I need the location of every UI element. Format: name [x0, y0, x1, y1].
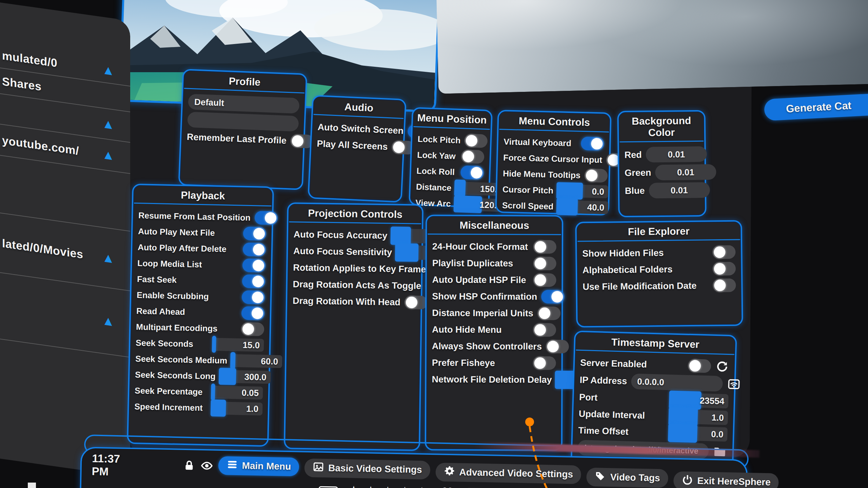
settings-row: Green0.01: [625, 164, 699, 181]
toggle-knob: [714, 246, 725, 258]
settings-row: Server Enabled: [580, 355, 730, 374]
alphabetical-folders-toggle[interactable]: [713, 262, 736, 276]
24-hour-clock-format-toggle[interactable]: [533, 240, 556, 253]
port-slider[interactable]: 23554: [670, 392, 729, 408]
advanced-video-settings-button[interactable]: Advanced Video Settings: [435, 463, 581, 484]
empty-field[interactable]: [187, 112, 299, 132]
settings-row: Multipart Encodings: [136, 320, 264, 336]
video-tags-button[interactable]: Video Tags: [586, 467, 668, 488]
seek-seconds-long-slider[interactable]: 300.0: [219, 370, 271, 384]
show-hsp-confirmation-toggle[interactable]: [541, 290, 564, 303]
resume-from-last-position-toggle[interactable]: [254, 211, 278, 225]
hide-menu-tooltips-toggle[interactable]: [584, 168, 608, 183]
panel-audio: AudioAuto Switch ScreenPlay All Screens: [308, 95, 407, 203]
loop-media-list-toggle[interactable]: [242, 259, 266, 272]
scroll-up-triangle-icon[interactable]: ▲: [102, 63, 115, 78]
scroll-up-triangle-icon[interactable]: ▲: [102, 117, 115, 131]
broadcast-icon[interactable]: [295, 484, 310, 488]
favorite-heart-icon[interactable]: ♥: [440, 486, 454, 488]
sidebar-item-label: youtube.com/: [2, 134, 79, 158]
toggle-knob: [689, 360, 701, 372]
play-all-screens-label: Play All Screens: [317, 138, 388, 152]
main-menu-button[interactable]: Main Menu: [218, 456, 299, 476]
field-value: 0.0.0.0: [637, 376, 664, 387]
show-hidden-files-toggle[interactable]: [712, 245, 735, 259]
basic-video-settings-button[interactable]: Basic Video Settings: [304, 458, 430, 479]
playlist-duplicates-toggle[interactable]: [533, 257, 556, 270]
star-rating[interactable]: ★★★★★: [347, 484, 432, 488]
show-hidden-files-label: Show Hidden Files: [582, 247, 664, 259]
settings-row: Auto Play After Delete: [138, 240, 266, 257]
seek-percentage-slider[interactable]: 0.05: [212, 386, 263, 400]
time-offset-slider[interactable]: 0.0: [669, 426, 728, 442]
toggle-knob: [253, 244, 265, 256]
cursor-pitch-slider[interactable]: 0.0: [557, 184, 609, 198]
green-field[interactable]: 0.01: [655, 164, 716, 180]
eye-icon[interactable]: [200, 458, 213, 473]
file-list-sidebar: mulated/0▲Shares▲youtube.com/▲lated/0/Mo…: [0, 0, 130, 477]
video-screen-right[interactable]: [436, 0, 868, 94]
settings-row: Play All Screens: [317, 137, 398, 155]
update-interval-label: Update Interval: [578, 408, 645, 421]
drag-rotation-with-head-toggle[interactable]: [405, 296, 428, 309]
auto-switch-screen-label: Auto Switch Screen: [317, 122, 404, 136]
slider-value: 15.0: [213, 338, 264, 352]
toolbar-button-label: Exit HereSphere: [697, 475, 771, 488]
green-label: Green: [625, 167, 651, 178]
default-field[interactable]: Default: [188, 94, 300, 114]
field-value: Default: [194, 97, 224, 108]
lock-yaw-label: Lock Yaw: [417, 150, 456, 161]
lock-yaw-toggle[interactable]: [461, 149, 484, 164]
exit-heresphere-button[interactable]: Exit HereSphere: [673, 471, 779, 488]
panel-menu-position: Menu PositionLock PitchLock YawLock Roll…: [409, 107, 493, 208]
always-show-controllers-toggle[interactable]: [546, 340, 569, 353]
toggle-knob: [406, 297, 417, 308]
seek-seconds-medium-slider[interactable]: 60.0: [231, 354, 282, 368]
settings-row: Distance Imperial Units: [432, 306, 556, 320]
field-value: 0.01: [677, 167, 694, 178]
distance-imperial-units-toggle[interactable]: [537, 306, 560, 320]
scroll-up-triangle-icon[interactable]: ▲: [102, 251, 115, 265]
lock-icon[interactable]: [183, 458, 195, 473]
toggle-knob: [462, 150, 474, 162]
force-gaze-cursor-input-label: Force Gaze Cursor Input: [503, 152, 602, 165]
seek-seconds-slider[interactable]: 15.0: [213, 338, 264, 352]
settings-row: Default: [188, 94, 300, 114]
update-interval-slider[interactable]: 1.0: [669, 409, 728, 425]
toolbar-buttons: Main MenuBasic Video SettingsAdvanced Vi…: [218, 456, 779, 486]
auto-play-after-delete-toggle[interactable]: [243, 243, 266, 257]
lock-pitch-toggle[interactable]: [465, 134, 488, 148]
refresh-icon[interactable]: [715, 359, 729, 374]
port-label: Port: [579, 392, 598, 403]
panel-title: Background Color: [618, 111, 704, 142]
auto-focus-accuracy-label: Auto Focus Accuracy: [294, 229, 388, 241]
read-ahead-toggle[interactable]: [241, 306, 265, 320]
auto-hide-menu-toggle[interactable]: [533, 323, 556, 337]
fast-seek-toggle[interactable]: [242, 274, 265, 288]
hotspot-icon[interactable]: [727, 377, 741, 391]
use-file-modification-date-toggle[interactable]: [713, 279, 736, 292]
virtual-keyboard-toggle[interactable]: [581, 137, 604, 151]
cropped-ui-fragment: [28, 483, 36, 488]
red-field[interactable]: 0.01: [646, 146, 707, 163]
settings-row: Loop Media List: [137, 256, 266, 272]
scroll-speed-slider[interactable]: 40.0: [557, 200, 609, 214]
scroll-up-triangle-icon[interactable]: ▲: [102, 148, 115, 162]
enable-scrubbing-toggle[interactable]: [242, 290, 265, 304]
speed-increment-slider[interactable]: 1.0: [212, 402, 263, 415]
prefer-fisheye-toggle[interactable]: [533, 356, 556, 370]
server-enabled-toggle[interactable]: [688, 359, 711, 373]
ip-address-field[interactable]: 0.0.0.0: [631, 373, 723, 392]
settings-row: Seek Seconds15.0: [136, 336, 264, 352]
blue-field[interactable]: 0.01: [649, 182, 710, 199]
multipart-encodings-toggle[interactable]: [241, 322, 264, 336]
ip-address-label: IP Address: [579, 374, 627, 386]
scroll-up-triangle-icon[interactable]: ▲: [102, 314, 115, 328]
panel-playback: PlaybackResume From Last PositionAuto Pl…: [127, 184, 274, 447]
auto-update-hsp-file-toggle[interactable]: [533, 273, 556, 287]
lock-roll-toggle[interactable]: [460, 165, 484, 180]
auto-play-next-file-toggle[interactable]: [243, 227, 267, 241]
generate-catalog-button[interactable]: Generate Cat: [764, 92, 868, 121]
closed-captions-badge[interactable]: CC: [318, 486, 338, 488]
settings-row: Remember Last Profile: [186, 130, 298, 148]
